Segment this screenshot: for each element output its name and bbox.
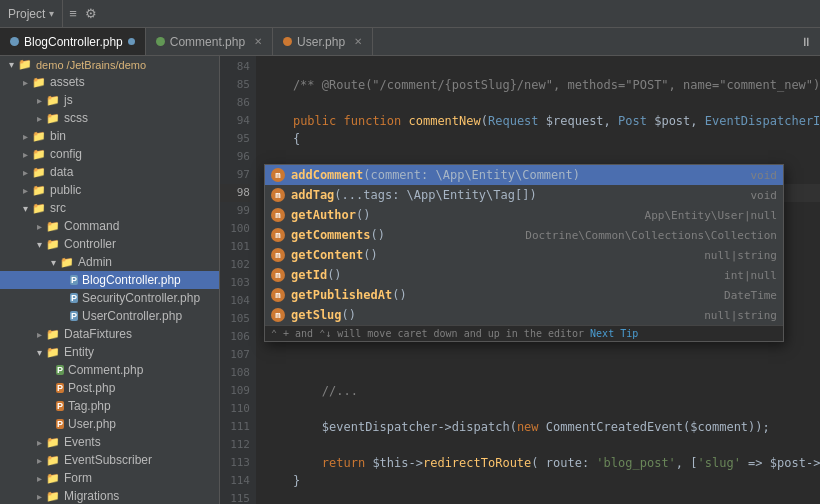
top-bar: Project ▾ ≡ ⚙	[0, 0, 820, 28]
line-num: 110	[220, 400, 250, 418]
code-line: {	[264, 130, 820, 148]
ac-item-get-id[interactable]: m getId() int|null	[265, 265, 783, 285]
sidebar-item-events[interactable]: ▸ 📁 Events	[0, 433, 219, 451]
sidebar-item-entity[interactable]: ▾ 📁 Entity	[0, 343, 219, 361]
php-file-icon: P	[70, 275, 78, 285]
tab-user[interactable]: User.php ✕	[273, 28, 373, 55]
sidebar-item-controller[interactable]: ▾ 📁 Controller	[0, 235, 219, 253]
folder-icon: 📁	[32, 76, 46, 89]
folder-icon: 📁	[46, 94, 60, 107]
tab-label: BlogController.php	[24, 35, 123, 49]
tab-php-icon	[283, 37, 292, 46]
ac-item-get-content[interactable]: m getContent() null|string	[265, 245, 783, 265]
tree-arrow: ▸	[32, 455, 46, 466]
tab-close-icon[interactable]: ✕	[254, 36, 262, 47]
method-icon: m	[271, 168, 285, 182]
code-line: /** @Route("/comment/{postSlug}/new", me…	[264, 76, 820, 94]
ac-return-type: DateTime	[724, 289, 777, 302]
autocomplete-popup[interactable]: m addComment(comment: \App\Entity\Commen…	[264, 164, 784, 342]
sidebar-item-post-php[interactable]: P Post.php	[0, 379, 219, 397]
tree-item-label: js	[64, 93, 73, 107]
tree-item-label: public	[50, 183, 81, 197]
sidebar-item-tag-php[interactable]: P Tag.php	[0, 397, 219, 415]
sidebar-item-blog-controller[interactable]: P BlogController.php	[0, 271, 219, 289]
folder-icon: 📁	[46, 454, 60, 467]
tab-label: User.php	[297, 35, 345, 49]
project-title[interactable]: Project ▾	[0, 0, 63, 27]
tab-blog-controller[interactable]: BlogController.php	[0, 28, 146, 55]
project-chevron: ▾	[49, 8, 54, 19]
ac-return-type: int|null	[724, 269, 777, 282]
tree-arrow: ▾	[4, 59, 18, 70]
php-file-icon: P	[70, 311, 78, 321]
sidebar-item-comment-php[interactable]: P Comment.php	[0, 361, 219, 379]
sidebar-item-config[interactable]: ▸ 📁 config	[0, 145, 219, 163]
sidebar-item-demo[interactable]: ▾ 📁 demo /JetBrains/demo	[0, 56, 219, 73]
sidebar-item-form[interactable]: ▸ 📁 Form	[0, 469, 219, 487]
sidebar-item-js[interactable]: ▸ 📁 js	[0, 91, 219, 109]
ac-footer-text: ⌃ + and ⌃↓ will move caret down and up i…	[271, 328, 584, 339]
ac-method-name: getId()	[291, 268, 342, 282]
line-num: 96	[220, 148, 250, 166]
ac-item-get-comments[interactable]: m getComments() Doctrine\Common\Collecti…	[265, 225, 783, 245]
ac-return-type: null|string	[704, 249, 777, 262]
tree-item-label: Command	[64, 219, 119, 233]
tree-layout-icon[interactable]: ≡	[69, 6, 77, 21]
sidebar-item-eventsubscriber[interactable]: ▸ 📁 EventSubscriber	[0, 451, 219, 469]
ac-return-type: App\Entity\User|null	[645, 209, 777, 222]
tree-item-label: EventSubscriber	[64, 453, 152, 467]
folder-icon: 📁	[32, 184, 46, 197]
tab-close-icon[interactable]: ✕	[354, 36, 362, 47]
ac-item-add-comment[interactable]: m addComment(comment: \App\Entity\Commen…	[265, 165, 783, 185]
top-bar-icons: ≡ ⚙	[63, 6, 103, 21]
sidebar-item-command[interactable]: ▸ 📁 Command	[0, 217, 219, 235]
ac-item-add-tag[interactable]: m addTag(...tags: \App\Entity\Tag[]) voi…	[265, 185, 783, 205]
ac-method-name: getComments()	[291, 228, 385, 242]
tree-arrow: ▾	[46, 257, 60, 268]
tree-arrow: ▸	[32, 221, 46, 232]
next-tip-link[interactable]: Next Tip	[590, 328, 638, 339]
line-num: 108	[220, 364, 250, 382]
sidebar-item-user-controller[interactable]: P UserController.php	[0, 307, 219, 325]
ac-footer: ⌃ + and ⌃↓ will move caret down and up i…	[265, 325, 783, 341]
code-line: }	[264, 472, 820, 490]
sidebar-item-bin[interactable]: ▸ 📁 bin	[0, 127, 219, 145]
sidebar-item-data[interactable]: ▸ 📁 data	[0, 163, 219, 181]
ac-item-get-slug[interactable]: m getSlug() null|string	[265, 305, 783, 325]
ac-item-get-published-at[interactable]: m getPublishedAt() DateTime	[265, 285, 783, 305]
sidebar-item-scss[interactable]: ▸ 📁 scss	[0, 109, 219, 127]
sidebar-item-security-controller[interactable]: P SecurityController.php	[0, 289, 219, 307]
php-file-icon: P	[56, 419, 64, 429]
tree-arrow: ▸	[32, 95, 46, 106]
ac-item-get-author[interactable]: m getAuthor() App\Entity\User|null	[265, 205, 783, 225]
folder-icon: 📁	[18, 58, 32, 71]
php-file-icon: P	[70, 293, 78, 303]
folder-icon: 📁	[46, 220, 60, 233]
tree-item-label: Events	[64, 435, 101, 449]
sidebar-item-admin[interactable]: ▾ 📁 Admin	[0, 253, 219, 271]
sidebar-item-public[interactable]: ▸ 📁 public	[0, 181, 219, 199]
code-line: public function commentNew(Request $requ…	[264, 112, 820, 130]
folder-icon: 📁	[32, 166, 46, 179]
line-num: 107	[220, 346, 250, 364]
tree-arrow: ▸	[32, 113, 46, 124]
tree-item-label: User.php	[68, 417, 116, 431]
sidebar-item-datafixtures[interactable]: ▸ 📁 DataFixtures	[0, 325, 219, 343]
settings-icon[interactable]: ⚙	[85, 6, 97, 21]
line-num: 101	[220, 238, 250, 256]
tree-item-label: BlogController.php	[82, 273, 181, 287]
sidebar-item-user-php[interactable]: P User.php	[0, 415, 219, 433]
code-line	[264, 490, 820, 504]
tree-arrow: ▸	[18, 185, 32, 196]
sidebar-item-src[interactable]: ▾ 📁 src	[0, 199, 219, 217]
tree-arrow: ▸	[18, 149, 32, 160]
pause-icon[interactable]: ⏸	[800, 35, 820, 49]
sidebar-item-assets[interactable]: ▸ 📁 assets	[0, 73, 219, 91]
tab-comment[interactable]: Comment.php ✕	[146, 28, 273, 55]
code-line	[264, 94, 820, 112]
line-num: 115	[220, 490, 250, 504]
sidebar-item-migrations[interactable]: ▸ 📁 Migrations	[0, 487, 219, 504]
method-icon: m	[271, 308, 285, 322]
tree-item-label: DataFixtures	[64, 327, 132, 341]
line-num: 105	[220, 310, 250, 328]
